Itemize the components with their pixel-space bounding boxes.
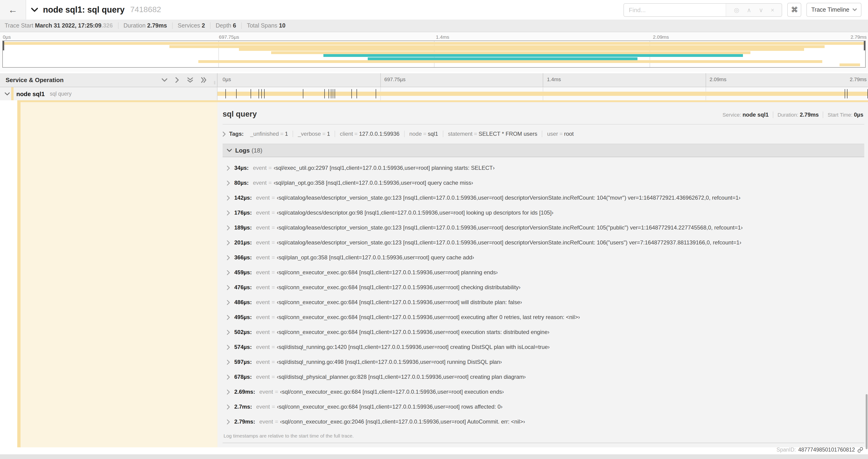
detail-meta-label: Start Time: xyxy=(828,112,854,118)
chevron-down-icon[interactable] xyxy=(31,7,38,12)
log-value: ‹sql/exec_util.go:2297 [nsql1,client=127… xyxy=(274,165,495,171)
chevron-right-icon xyxy=(227,374,230,380)
back-button[interactable]: ← xyxy=(0,0,26,20)
span-detail-title: sql query xyxy=(223,110,257,119)
chevron-down-icon[interactable]: ∨ xyxy=(759,7,763,13)
log-timestamp: 142µs: xyxy=(234,195,252,201)
span-color-bar xyxy=(11,87,13,100)
view-selector-button[interactable]: Trace Timeline xyxy=(807,3,862,17)
span-id-value: 4877749850101760812 xyxy=(798,447,855,453)
span-color-stripe xyxy=(17,102,21,447)
keyboard-shortcuts-button[interactable]: ⌘ xyxy=(787,3,802,17)
log-row[interactable]: 176µs:event=‹sql/catalog/descs/descripto… xyxy=(223,205,864,220)
log-row[interactable]: 502µs:event=‹sql/conn_executor_exec.go:6… xyxy=(223,325,864,339)
log-row[interactable]: 678µs:event=‹sql/distsql_physical_planne… xyxy=(223,369,864,384)
trace-meta-value: 2.79ms xyxy=(147,22,167,29)
timeline-minimap: 0µs697.75µs1.4ms2.09ms2.79ms xyxy=(0,32,868,72)
log-row[interactable]: 2.79ms:event=‹sql/conn_executor_exec.go:… xyxy=(223,414,864,429)
log-value: ‹sql/catalog/descs/descriptor.go:98 [nsq… xyxy=(277,209,554,216)
log-key: event xyxy=(256,344,270,350)
tag-value: sql1 xyxy=(428,131,438,137)
log-row[interactable]: 189µs:event=‹sql/catalog/lease/descripto… xyxy=(223,220,864,235)
tag-value: root xyxy=(564,131,574,137)
log-row[interactable]: 574µs:event=‹sql/distsql_running.go:1420… xyxy=(223,339,864,355)
minimap-right-scrubber[interactable] xyxy=(864,41,865,51)
time-tick-label: 697.75µs xyxy=(384,76,406,82)
log-row[interactable]: 2.69ms:event=‹sql/conn_executor_exec.go:… xyxy=(223,384,864,399)
expand-one-icon[interactable] xyxy=(176,77,179,83)
span-log-tick xyxy=(303,89,303,98)
log-equals: = xyxy=(270,239,277,246)
chevron-down-icon[interactable] xyxy=(5,92,10,95)
service-operation-label: Service & Operation xyxy=(6,76,161,84)
axis-gridline xyxy=(705,73,706,87)
trace-meta-item: Duration 2.79ms xyxy=(118,22,173,29)
log-row[interactable]: 142µs:event=‹sql/catalog/lease/descripto… xyxy=(223,190,864,205)
log-timestamp: 201µs: xyxy=(234,239,252,246)
tag-equals: = xyxy=(558,131,564,137)
log-timestamp: 366µs: xyxy=(234,254,252,261)
log-row[interactable]: 80µs:event=‹sql/plan_opt.go:358 [nsql1,c… xyxy=(223,175,864,190)
trace-meta-bar: Trace Start March 31 2022, 17:25:09.326D… xyxy=(0,20,868,32)
log-row[interactable]: 34µs:event=‹sql/exec_util.go:2297 [nsql1… xyxy=(223,160,864,175)
scrollbar-thumb[interactable] xyxy=(866,394,868,449)
log-key: event xyxy=(256,314,270,321)
tag-key: user xyxy=(547,131,558,137)
span-service-name: node sql1 xyxy=(16,90,44,97)
chevron-right-icon xyxy=(227,210,230,215)
focus-icon[interactable]: ◎ xyxy=(734,7,739,13)
log-row[interactable]: 597µs:event=‹sql/distsql_running.go:498 … xyxy=(223,355,864,369)
span-log-tick xyxy=(236,89,237,98)
log-row[interactable]: 201µs:event=‹sql/catalog/lease/descripto… xyxy=(223,235,864,250)
log-timestamp: 34µs: xyxy=(234,165,249,171)
log-timestamp: 189µs: xyxy=(234,224,252,231)
log-value: ‹sql/distsql_physical_planner.go:828 [ns… xyxy=(277,374,526,380)
expand-all-icon[interactable] xyxy=(201,77,207,83)
service-operation-header: Service & Operation ‖ xyxy=(0,73,217,87)
close-icon[interactable]: × xyxy=(771,7,774,13)
span-detail-left-column xyxy=(0,102,217,447)
collapse-one-icon[interactable] xyxy=(161,78,167,82)
span-bar-cell[interactable] xyxy=(217,87,868,100)
trace-meta-item: Trace Start March 31 2022, 17:25:09.326 xyxy=(4,22,118,29)
span-id-label: SpanID: xyxy=(777,447,796,453)
span-name-cell[interactable]: node sql1 sql query xyxy=(0,87,217,100)
logs-header[interactable]: Logs (18) xyxy=(223,144,864,157)
span-detail-panel: sql query Service: node sql1Duration: 2.… xyxy=(217,102,868,447)
minimap-span-bar xyxy=(323,54,743,57)
detail-meta-value: 0µs xyxy=(854,111,863,118)
minimap-canvas[interactable] xyxy=(2,41,866,68)
log-row[interactable]: 2.7ms:event=‹sql/conn_executor_exec.go:6… xyxy=(223,399,864,414)
chevron-up-icon[interactable]: ∧ xyxy=(747,7,751,13)
find-input[interactable] xyxy=(624,3,726,16)
chevron-right-icon xyxy=(227,195,230,200)
collapse-all-icon[interactable] xyxy=(187,77,193,83)
trace-meta-label: Depth xyxy=(216,22,233,29)
top-header: ← node sql1: sql query 7418682 ◎ ∧ ∨ × ⌘… xyxy=(0,0,868,20)
column-resizer-grip[interactable]: ‖ xyxy=(214,80,216,85)
log-timestamp: 2.7ms: xyxy=(234,403,252,410)
log-row[interactable]: 366µs:event=‹sql/plan_opt.go:358 [nsql1,… xyxy=(223,250,864,265)
log-key: event xyxy=(256,239,270,246)
span-duration-bar[interactable] xyxy=(217,92,868,96)
log-key: event xyxy=(256,403,270,410)
log-row[interactable]: 476µs:event=‹sql/conn_executor_exec.go:6… xyxy=(223,280,864,295)
log-key: event xyxy=(259,418,273,425)
chevron-right-icon xyxy=(227,404,230,409)
trace-timeline-page: ← node sql1: sql query 7418682 ◎ ∧ ∨ × ⌘… xyxy=(0,0,868,459)
trace-meta-item: Depth 6 xyxy=(211,22,242,29)
log-row[interactable]: 495µs:event=‹sql/conn_executor_exec.go:6… xyxy=(223,310,864,325)
link-icon[interactable] xyxy=(857,447,863,453)
log-row[interactable]: 486µs:event=‹sql/conn_executor_exec.go:6… xyxy=(223,295,864,310)
minimap-left-scrubber[interactable] xyxy=(3,41,4,51)
trace-meta-value: 6 xyxy=(233,22,236,29)
trace-meta-item: Total Spans 10 xyxy=(242,22,290,29)
find-group: ◎ ∧ ∨ × xyxy=(624,3,782,17)
tags-accordion[interactable]: Tags: _unfinished=1_verbose=1client=127.… xyxy=(223,129,864,139)
log-row[interactable]: 459µs:event=‹sql/conn_executor_exec.go:6… xyxy=(223,265,864,280)
log-value: ‹sql/plan_opt.go:358 [nsql1,client=127.0… xyxy=(274,179,473,186)
axis-gridline xyxy=(380,73,380,87)
log-timestamp: 80µs: xyxy=(234,179,249,186)
span-detail-accent-bar xyxy=(17,100,868,102)
log-equals: = xyxy=(267,179,274,186)
